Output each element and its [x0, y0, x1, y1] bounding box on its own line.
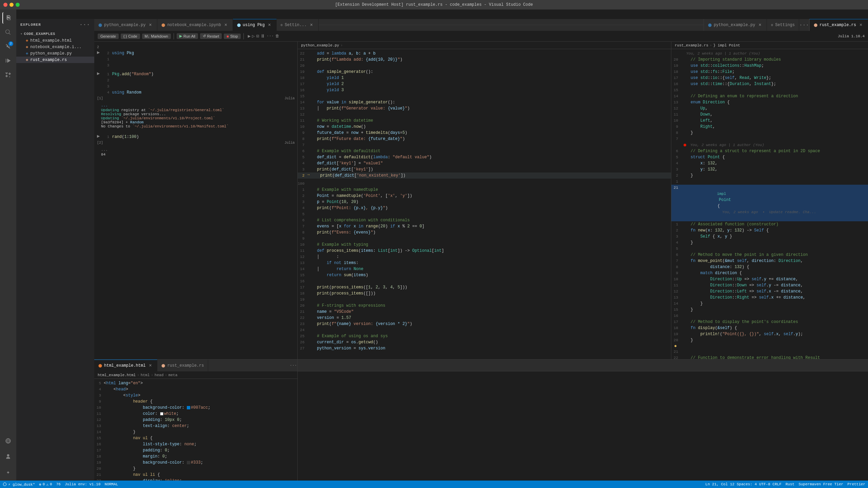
- folder-section[interactable]: ▾ CODE_EXAMPLES: [16, 30, 94, 37]
- tab-html-bottom[interactable]: ⬤ html_example.html ×: [94, 360, 157, 371]
- code-line: 3 <style>: [94, 392, 297, 399]
- run-cell-2-btn[interactable]: ▶: [97, 70, 100, 76]
- markdown-button[interactable]: M↓ Markdown: [142, 34, 171, 39]
- line-num: 6: [671, 252, 681, 258]
- line-content: match direction {: [681, 270, 868, 276]
- status-position[interactable]: Ln 21, Col 12 Spaces: 4 UTF-8 CRLF: [705, 482, 781, 486]
- line-content: p = Point(10, 20): [307, 199, 671, 205]
- activity-glow[interactable]: ✦: [2, 466, 14, 478]
- restart-button[interactable]: ↺ Restart: [200, 33, 222, 39]
- status-prettier[interactable]: Prettier: [847, 482, 865, 486]
- sidebar-item-html[interactable]: ◈ html_example.html: [16, 37, 94, 44]
- tab-notebook-close[interactable]: ×: [223, 22, 229, 28]
- activity-accounts[interactable]: [2, 451, 14, 462]
- tab-python-example[interactable]: ⬤ python_example.py ×: [94, 19, 157, 31]
- interrupt-icon[interactable]: ⏸: [260, 34, 265, 39]
- tab-settings-close[interactable]: ×: [309, 22, 314, 28]
- svg-point-1: [3, 483, 6, 486]
- tab-python-right[interactable]: ⬤ python_example.py ×: [704, 19, 767, 31]
- sidebar-menu-icon[interactable]: ···: [79, 22, 90, 28]
- sidebar-item-ipynb[interactable]: ◈ notebook_example.i...: [16, 44, 94, 50]
- stop-icon: ■: [226, 34, 229, 38]
- line-content: padding: 0;: [104, 447, 297, 453]
- line-num: 1: [102, 134, 112, 140]
- line-content: use std::io::{self, Read, Write};: [681, 75, 868, 81]
- line-num: 2: [671, 227, 681, 233]
- activity-source-control[interactable]: 2: [2, 41, 14, 52]
- tab-using-pkg-close[interactable]: ×: [267, 22, 272, 28]
- line-num: 15: [94, 435, 104, 441]
- line-content: Up,: [681, 105, 868, 111]
- sidebar-item-rs[interactable]: ◈ rust_example.rs: [16, 57, 94, 63]
- run-cell-3-btn[interactable]: ▶: [97, 133, 100, 139]
- sidebar-item-py[interactable]: ◈ python_example.py: [16, 50, 94, 57]
- editor-group-actions[interactable]: ···: [799, 19, 809, 31]
- line-num: 6: [298, 148, 307, 154]
- generate-button[interactable]: Generate: [98, 34, 119, 39]
- line-num: 17: [298, 81, 307, 87]
- tab-html-bottom-label: html_example.html: [104, 363, 145, 368]
- bottom-left-more[interactable]: ···: [289, 363, 297, 368]
- ipynb-file-icon: ◈: [26, 44, 28, 49]
- activity-search[interactable]: [2, 26, 14, 38]
- line-num: 20: [298, 63, 307, 69]
- code-button[interactable]: { } Code: [121, 34, 140, 39]
- run-all-button[interactable]: ▶ Run All: [177, 33, 198, 39]
- status-lang[interactable]: Rust: [786, 482, 794, 486]
- output-line: Resolving package versions...: [101, 112, 291, 116]
- line-content: padding: 10px 0;: [104, 417, 297, 423]
- html-code-area[interactable]: 5 <html lang="en"> 4 <head> 3 <style> 9: [94, 379, 297, 488]
- close-button[interactable]: [3, 3, 7, 7]
- line-content: background-color: #333;: [104, 460, 297, 466]
- status-col[interactable]: 76: [56, 482, 61, 486]
- tab-notebook[interactable]: ⬤ notebook_example.ipynb ×: [157, 19, 233, 31]
- notebook-toolbar: Generate { } Code M↓ Markdown ▶ Run All …: [94, 31, 868, 42]
- tab-html-bottom-close[interactable]: ×: [147, 363, 153, 368]
- status-julia-env[interactable]: Julia env: v1.10: [65, 482, 101, 486]
- line-content: }: [681, 301, 868, 307]
- maximize-button[interactable]: [16, 3, 20, 7]
- status-errors[interactable]: ⊗ 0 ⚠ 0: [39, 482, 52, 487]
- tab-rust[interactable]: ⬤ rust_example.rs ×: [809, 19, 868, 31]
- tab-using-pkg[interactable]: ⬤ using Pkg ×: [233, 19, 277, 31]
- tab-rust-close[interactable]: ×: [858, 22, 864, 28]
- activity-run[interactable]: [2, 55, 14, 66]
- status-spell[interactable]: Supermaven Free Tier: [798, 482, 843, 486]
- line-num: 20: [671, 57, 681, 63]
- line-num: 5: [298, 154, 307, 160]
- markdown-icon: M↓: [145, 34, 150, 38]
- code-line: 1 Pkg.add("Random"): [102, 71, 293, 77]
- title-bar: [Extension Development Host] rust_exampl…: [0, 0, 868, 9]
- code-line: 14 // Defining an enum to represent a di…: [671, 93, 868, 99]
- line-num: 20: [671, 337, 681, 343]
- stop-button[interactable]: ■ Stop: [224, 34, 240, 39]
- tab-python-right-close[interactable]: ×: [757, 22, 763, 28]
- step-icon[interactable]: ▷: [252, 33, 255, 39]
- minimize-button[interactable]: [9, 3, 14, 7]
- tab-python-close[interactable]: ×: [147, 22, 153, 28]
- source-control-badge: 2: [8, 41, 13, 46]
- activity-remote[interactable]: [2, 435, 14, 447]
- activity-explorer[interactable]: ⎘: [2, 19, 14, 24]
- cell-run-icon[interactable]: ⊡: [256, 33, 259, 39]
- line-content: # Example of using os and sys: [307, 333, 671, 339]
- run-cell-1-btn[interactable]: ▶: [97, 49, 100, 55]
- rust-code-area[interactable]: You, 2 weeks ago | 1 author (You) 20 // …: [671, 49, 868, 359]
- line-num: 9: [671, 124, 681, 130]
- tab-settings[interactable]: ⚙ Settin... ×: [277, 19, 319, 31]
- play-icon[interactable]: ▶: [248, 33, 251, 39]
- notebook-content[interactable]: 2 ▶ 2 using Pkg 1: [94, 42, 297, 359]
- line-content: }: [104, 466, 297, 472]
- code-line: 19 use std::collections::HashMap;: [671, 63, 868, 69]
- line-content: // Defining an enum to represent a direc…: [681, 93, 868, 99]
- tab-rust-bottom[interactable]: ⬤ rust_example.rs: [157, 360, 208, 371]
- status-remote[interactable]: ⚡ glow_dusk*: [3, 482, 35, 487]
- more-toolbar-actions[interactable]: ···: [267, 34, 274, 39]
- delete-cell-icon[interactable]: 🗑: [275, 34, 279, 39]
- activity-extensions[interactable]: [2, 69, 14, 81]
- impl-label: impl: [715, 192, 728, 196]
- python-code-area[interactable]: 22 add = lambda a, b: a + b 21 print(f"L…: [298, 49, 671, 359]
- tab-settings-right[interactable]: ⚙ Settings: [767, 19, 799, 31]
- markdown-label: Markdown: [151, 34, 168, 38]
- status-mode[interactable]: NORMAL: [105, 482, 118, 486]
